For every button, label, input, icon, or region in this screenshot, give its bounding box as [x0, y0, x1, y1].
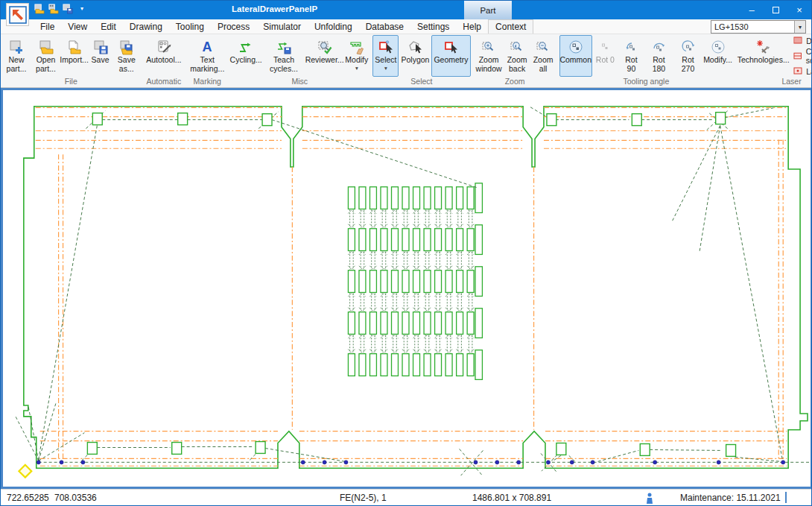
text-marking-button[interactable]: A Text marking...	[188, 35, 226, 77]
group-label-select: Select	[372, 77, 470, 87]
zoom-back-icon	[509, 37, 525, 56]
zoom-window-icon	[480, 37, 497, 56]
app-window: ▾ LateralDrawerPanelP Part – × File View…	[0, 0, 812, 506]
cursor-y-value: 708.03536	[54, 493, 97, 503]
rot-270-button[interactable]: Rot 270	[673, 35, 702, 77]
status-bar: 722.65285 708.03536 FE(N2-5), 1 1486.801…	[1, 489, 811, 506]
polygon-icon	[407, 37, 423, 56]
common-button[interactable]: Common	[559, 35, 592, 77]
ribbon-group-select: Select ▾ Polygon Geometry Select	[371, 34, 472, 87]
ribbon-group-automatic: Autotool... Automatic	[142, 34, 187, 87]
close-icon: ×	[796, 4, 802, 16]
autotool-button[interactable]: Autotool...	[144, 35, 183, 77]
menu-tooling[interactable]: Tooling	[169, 19, 211, 34]
geometry-button[interactable]: Geometry	[431, 35, 470, 77]
machine-selector[interactable]: LG+1530 ▾	[711, 20, 806, 34]
bend-lines-vertical	[59, 139, 784, 461]
open-part-button[interactable]: Open part...	[31, 35, 61, 77]
save-button[interactable]: Save	[87, 35, 113, 77]
geometry-icon	[443, 37, 459, 56]
laser-button[interactable]: Laser...	[792, 66, 812, 76]
menu-settings[interactable]: Settings	[410, 19, 456, 34]
ribbon-group-tooling-angle: Common Rot 0 Rot 90 Rot 180 Rot 270	[558, 34, 735, 87]
drawing-canvas[interactable]: .slot{fill:none;stroke:#2fae2f;stroke-wi…	[1, 88, 812, 489]
modify-tooling-icon	[710, 37, 726, 56]
zoom-window-button[interactable]: Zoom window	[474, 35, 504, 77]
qat-dropdown-icon[interactable]: ▾	[80, 5, 83, 12]
menu-drawing[interactable]: Drawing	[123, 19, 169, 34]
cycling-button[interactable]: Cycling...	[229, 35, 262, 77]
select-button[interactable]: Select ▾	[372, 35, 399, 77]
modify-icon	[349, 37, 365, 56]
bend-lines-top	[36, 107, 787, 148]
contextual-tab-part[interactable]: Part	[464, 1, 512, 19]
part-outline[interactable]	[24, 107, 808, 468]
zoom-back-button[interactable]: Zoom back	[504, 35, 530, 77]
save-icon	[92, 37, 109, 56]
qat-open-special-icon[interactable]	[48, 3, 59, 14]
modify-tooling-button[interactable]: Modify...	[702, 35, 733, 77]
ribbon: New part... Open part... Import... Save …	[1, 34, 811, 88]
bend-lines-bottom	[40, 431, 787, 467]
tab-context[interactable]: Context	[488, 19, 533, 34]
tool-info: FE(N2-5), 1	[340, 493, 387, 503]
maximize-icon	[773, 7, 779, 13]
rot-0-button[interactable]: Rot 0	[592, 35, 618, 77]
maintenance-icon	[645, 493, 654, 504]
menu-simulator[interactable]: Simulator	[256, 19, 308, 34]
app-logo[interactable]	[6, 3, 29, 26]
chevron-down-icon[interactable]: ▾	[794, 21, 805, 33]
leader-lines	[15, 107, 809, 476]
text-marking-icon: A	[199, 37, 215, 56]
group-label-automatic: Automatic	[143, 77, 185, 87]
rot-270-icon	[680, 37, 697, 56]
cycling-icon	[238, 37, 254, 56]
menu-help[interactable]: Help	[456, 19, 488, 34]
zoom-all-button[interactable]: Zoom all	[530, 35, 556, 77]
polygon-button[interactable]: Polygon	[399, 35, 431, 77]
menu-view[interactable]: View	[61, 19, 94, 34]
minimize-button[interactable]: –	[740, 1, 764, 19]
window-title: LateralDrawerPanelP	[232, 4, 317, 13]
open-part-icon	[38, 37, 54, 56]
save-as-icon	[118, 37, 135, 56]
menu-edit[interactable]: Edit	[94, 19, 123, 34]
slot-pattern[interactable]	[348, 183, 482, 380]
technologies-button[interactable]: Technologies...	[736, 35, 790, 77]
rot-90-button[interactable]: Rot 90	[618, 35, 644, 77]
new-part-icon	[8, 37, 25, 56]
tool-station-squares[interactable]	[87, 113, 735, 457]
ribbon-group-misc: Cycling... Teach cycles... Reviewer... M…	[228, 34, 371, 87]
rot-180-button[interactable]: Rot 180	[644, 35, 673, 77]
import-button[interactable]: Import...	[61, 35, 87, 77]
quick-access-toolbar: ▾	[34, 3, 83, 14]
new-part-button[interactable]: New part...	[2, 35, 31, 77]
statusbar-divider	[785, 492, 787, 503]
reviewer-button[interactable]: Reviewer...	[305, 35, 343, 77]
cursor-x-value: 722.65285	[7, 493, 49, 503]
qat-save-icon[interactable]	[62, 3, 73, 14]
reviewer-icon	[317, 37, 333, 56]
menu-bar: File View Edit Drawing Tooling Process S…	[1, 19, 811, 34]
group-label-misc: Misc	[229, 77, 369, 87]
destruct-button[interactable]: Destruct...	[792, 36, 812, 45]
modify-misc-button[interactable]: Modify ▾	[343, 35, 369, 77]
menu-file[interactable]: File	[34, 19, 61, 34]
teach-cycles-button[interactable]: Teach cycles...	[262, 35, 305, 77]
close-button[interactable]: ×	[787, 1, 811, 19]
app-logo-arrow-icon	[9, 6, 27, 24]
ribbon-group-marking: A Text marking... Marking	[186, 34, 228, 87]
qat-open-icon[interactable]	[34, 3, 45, 14]
cut-scrap-button[interactable]: Cut scrap...	[792, 47, 812, 65]
technologies-icon	[755, 37, 773, 56]
maintenance-date: Maintenance: 15.11.2021	[680, 493, 781, 503]
menu-database[interactable]: Database	[359, 19, 410, 34]
group-label-file: File	[2, 77, 140, 87]
ribbon-group-laser: Technologies... Destruct... Cut scrap...…	[735, 34, 812, 87]
maximize-button[interactable]	[764, 1, 787, 19]
common-icon	[568, 37, 584, 56]
menu-process[interactable]: Process	[211, 19, 256, 34]
save-as-button[interactable]: Save as...	[113, 35, 139, 77]
origin-marker	[19, 465, 31, 478]
menu-unfolding[interactable]: Unfolding	[308, 19, 359, 34]
